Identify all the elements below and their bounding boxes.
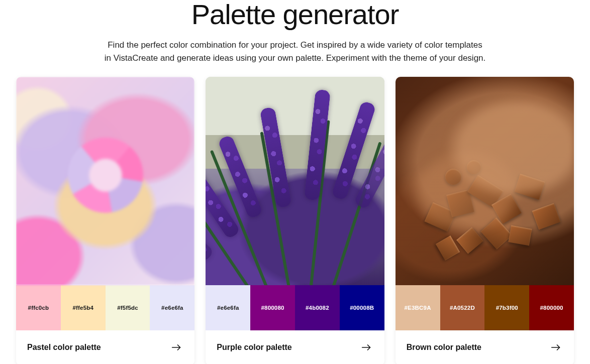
arrow-right-icon (171, 344, 181, 351)
color-swatch[interactable]: #e6e6fa (150, 285, 194, 330)
palette-thumbnail (16, 77, 194, 285)
color-swatch[interactable]: #4b0082 (295, 285, 340, 330)
palette-thumbnail (206, 77, 384, 285)
palette-footer: Purple color palette (206, 330, 384, 364)
color-swatch[interactable]: #ffe5b4 (61, 285, 106, 330)
color-swatch[interactable]: #A0522D (440, 285, 485, 330)
open-palette-button[interactable] (359, 340, 373, 354)
swatch-row: #E3BC9A #A0522D #7b3f00 #800000 (396, 285, 574, 330)
open-palette-button[interactable] (549, 340, 563, 354)
color-swatch[interactable]: #800080 (250, 285, 295, 330)
open-palette-button[interactable] (169, 340, 183, 354)
swatch-row: #ffc0cb #ffe5b4 #f5f5dc #e6e6fa (16, 285, 194, 330)
palette-title: Brown color palette (407, 343, 481, 352)
color-swatch[interactable]: #f5f5dc (106, 285, 150, 330)
palette-thumbnail (396, 77, 574, 285)
swatch-row: #e6e6fa #800080 #4b0082 #00008B (206, 285, 384, 330)
arrow-right-icon (361, 344, 371, 351)
palette-footer: Brown color palette (396, 330, 574, 364)
color-swatch[interactable]: #7b3f00 (484, 285, 529, 330)
page-title: Palette generator (16, 0, 574, 30)
color-swatch[interactable]: #00008B (340, 285, 384, 330)
color-swatch[interactable]: #ffc0cb (16, 285, 61, 330)
palette-title: Purple color palette (217, 343, 291, 352)
palette-card-brown[interactable]: #E3BC9A #A0522D #7b3f00 #800000 Brown co… (396, 77, 574, 364)
palette-card-pastel[interactable]: #ffc0cb #ffe5b4 #f5f5dc #e6e6fa Pastel c… (16, 77, 194, 364)
page-description: Find the perfect color combination for y… (104, 39, 486, 65)
palette-title: Pastel color palette (27, 343, 101, 352)
palette-card-purple[interactable]: #e6e6fa #800080 #4b0082 #00008B Purple c… (206, 77, 384, 364)
color-swatch[interactable]: #e6e6fa (206, 285, 250, 330)
color-swatch[interactable]: #E3BC9A (396, 285, 440, 330)
page-header: Palette generator Find the perfect color… (16, 0, 574, 65)
arrow-right-icon (551, 344, 561, 351)
palette-footer: Pastel color palette (16, 330, 194, 364)
palette-grid: #ffc0cb #ffe5b4 #f5f5dc #e6e6fa Pastel c… (16, 77, 574, 364)
color-swatch[interactable]: #800000 (529, 285, 574, 330)
